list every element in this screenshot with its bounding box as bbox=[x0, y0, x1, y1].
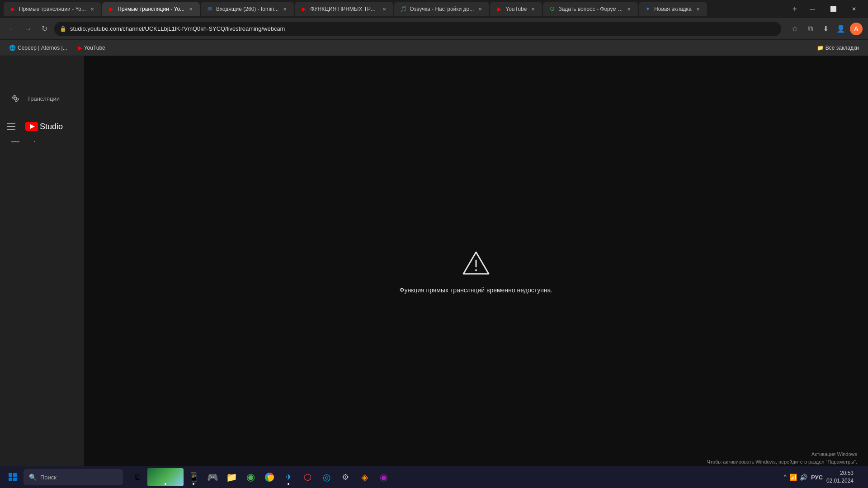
tab-close-button[interactable]: ✕ bbox=[476, 5, 484, 13]
svg-rect-13 bbox=[9, 473, 12, 477]
taskbar-search-label: Поиск bbox=[40, 474, 57, 481]
window-controls: — ⬜ ✕ bbox=[802, 2, 864, 16]
menu-line-1 bbox=[7, 123, 15, 124]
tab-label: ФУНКЦИЯ ПРЯМЫХ ТРА... bbox=[310, 6, 378, 12]
browser-tab-tab8[interactable]: ✦Новая вкладка✕ bbox=[639, 2, 707, 16]
taskbar-browser-thumb[interactable] bbox=[147, 468, 184, 486]
studio-text: Studio bbox=[40, 122, 63, 131]
minimize-button[interactable]: — bbox=[802, 2, 823, 16]
activation-title: Активация Windows bbox=[707, 450, 857, 459]
reload-button[interactable]: ↻ bbox=[38, 23, 51, 35]
tab-favicon: 🎵 bbox=[400, 5, 407, 13]
taskbar-app5[interactable]: ◉ bbox=[374, 468, 392, 486]
browser-tab-tab5[interactable]: 🎵Озвучка - Настройки до...✕ bbox=[394, 2, 489, 16]
taskbar-chrome[interactable] bbox=[260, 468, 278, 486]
show-desktop-button[interactable] bbox=[861, 468, 864, 486]
tab-favicon: ▶ bbox=[108, 5, 115, 13]
bookmark-icon[interactable]: ☆ bbox=[788, 23, 801, 35]
taskbar: 🔍 Поиск ⧉ 📱 🎮 📁 ◉ ✈ ⬡ ◎ ⚙ ◈ ◉ ^ bbox=[0, 466, 868, 488]
tab-label: Входящие (260) - fomin... bbox=[216, 6, 278, 12]
taskbar-task-view[interactable]: ⧉ bbox=[128, 468, 146, 486]
tab-label: Прямые трансляции - Yo... bbox=[19, 6, 86, 12]
tab-favicon: ✉ bbox=[206, 5, 213, 13]
back-button[interactable]: ← bbox=[5, 23, 18, 35]
tab-label: YouTube bbox=[505, 6, 527, 12]
taskbar-files[interactable]: 📁 bbox=[222, 468, 241, 486]
browser-tab-tab6[interactable]: ▶YouTube✕ bbox=[490, 2, 542, 16]
activation-description: Чтобы активировать Windows, перейдите в … bbox=[707, 458, 857, 466]
url-text: studio.youtube.com/channel/UCKLLbjL1lK-f… bbox=[70, 25, 285, 32]
bookmark-youtube-icon: ▶ bbox=[78, 45, 82, 51]
bookmarks-all-button[interactable]: 📁 Все закладки bbox=[813, 43, 863, 53]
logo-container[interactable]: Studio bbox=[25, 122, 63, 131]
search-icon: 🔍 bbox=[29, 474, 37, 481]
tab-label: Прямые трансляции - Yo... bbox=[118, 6, 184, 12]
tab-label: Задать вопрос - Форум ... bbox=[558, 6, 623, 12]
forward-button[interactable]: → bbox=[22, 23, 34, 35]
taskbar-telegram[interactable]: ✈ bbox=[279, 468, 297, 486]
url-bar[interactable]: 🔒 studio.youtube.com/channel/UCKLLbjL1lK… bbox=[54, 22, 781, 36]
taskbar-app2[interactable]: ⬡ bbox=[298, 468, 316, 486]
network-icon: 📶 bbox=[789, 474, 797, 481]
svg-rect-14 bbox=[13, 473, 17, 477]
tab-close-button[interactable]: ✕ bbox=[694, 5, 702, 13]
tab-close-button[interactable]: ✕ bbox=[529, 5, 537, 13]
bookmarks-bar: 🌐 Сереер | Aternos |... ▶ YouTube 📁 Все … bbox=[0, 40, 868, 56]
profile-icon[interactable]: 👤 bbox=[835, 23, 847, 35]
tab-close-button[interactable]: ✕ bbox=[187, 5, 194, 13]
browser-tab-tab4[interactable]: ▶ФУНКЦИЯ ПРЯМЫХ ТРА...✕ bbox=[295, 2, 393, 16]
toolbar-icons: ☆ ⧉ ⬇ 👤 А bbox=[788, 23, 863, 35]
start-button[interactable] bbox=[4, 468, 22, 486]
tab-close-button[interactable]: ✕ bbox=[625, 5, 632, 13]
windows-activation: Активация Windows Чтобы активировать Win… bbox=[707, 450, 857, 466]
taskbar-clock[interactable]: 20:53 02.01.2024 bbox=[826, 469, 855, 485]
tab-close-button[interactable]: ✕ bbox=[89, 5, 96, 13]
bookmark-youtube[interactable]: ▶ YouTube bbox=[75, 43, 109, 53]
taskbar-steam[interactable]: ⚙ bbox=[336, 468, 354, 486]
svg-rect-15 bbox=[9, 478, 12, 481]
browser-tab-tab2[interactable]: ▶Прямые трансляции - Yo...✕ bbox=[102, 2, 200, 16]
bookmark-aternos-label: Сереер | Aternos |... bbox=[18, 45, 67, 51]
menu-line-3 bbox=[7, 129, 15, 130]
close-button[interactable]: ✕ bbox=[844, 2, 864, 16]
app-header: Studio bbox=[0, 112, 84, 141]
svg-rect-16 bbox=[13, 478, 17, 481]
error-message: Функция прямых трансляций временно недос… bbox=[400, 286, 552, 294]
youtube-logo-icon bbox=[25, 122, 38, 131]
volume-icon: 🔊 bbox=[800, 474, 807, 481]
tab-favicon: ▶ bbox=[300, 5, 307, 13]
tab-favicon: ▶ bbox=[495, 5, 503, 13]
tab-close-button[interactable]: ✕ bbox=[281, 5, 288, 13]
taskbar-xbox[interactable]: 🎮 bbox=[203, 468, 222, 486]
tab-favicon: ▶ bbox=[9, 5, 16, 13]
extension-icon[interactable]: ⧉ bbox=[804, 23, 816, 35]
taskbar-app4[interactable]: ◈ bbox=[355, 468, 373, 486]
browser-tab-tab3[interactable]: ✉Входящие (260) - fomin...✕ bbox=[201, 2, 294, 16]
tab-close-button[interactable]: ✕ bbox=[381, 5, 388, 13]
browser-tab-tab1[interactable]: ▶Прямые трансляции - Yo...✕ bbox=[4, 2, 101, 16]
bookmark-aternos[interactable]: 🌐 Сереер | Aternos |... bbox=[5, 43, 71, 53]
broadcasts-icon bbox=[11, 94, 20, 103]
clock-time: 20:53 bbox=[826, 469, 854, 477]
warning-icon bbox=[462, 250, 491, 276]
taskbar-app1[interactable]: ◉ bbox=[241, 468, 259, 486]
sidebar-item-broadcasts[interactable]: Трансляции bbox=[0, 89, 84, 108]
taskbar-search[interactable]: 🔍 Поиск bbox=[24, 469, 123, 485]
clock-date: 02.01.2024 bbox=[826, 477, 854, 485]
browser-tab-tab7[interactable]: GЗадать вопрос - Форум ...✕ bbox=[543, 2, 638, 16]
avatar[interactable]: А bbox=[850, 23, 863, 35]
address-bar: ← → ↻ 🔒 studio.youtube.com/channel/UCKLL… bbox=[0, 18, 868, 40]
maximize-button[interactable]: ⬜ bbox=[823, 2, 844, 16]
bookmark-aternos-icon: 🌐 bbox=[9, 45, 16, 51]
browser-chrome: ▶Прямые трансляции - Yo...✕▶Прямые транс… bbox=[0, 0, 868, 56]
bookmark-youtube-label: YouTube bbox=[84, 45, 105, 51]
tab-label: Новая вкладка bbox=[654, 6, 692, 12]
taskbar-viber[interactable]: 📱 bbox=[184, 468, 203, 486]
tab-label: Озвучка - Настройки до... bbox=[410, 6, 474, 12]
menu-line-2 bbox=[7, 126, 15, 127]
tab-bar: ▶Прямые трансляции - Yo...✕▶Прямые транс… bbox=[0, 0, 868, 18]
new-tab-button[interactable]: + bbox=[788, 3, 801, 15]
menu-icon[interactable] bbox=[7, 121, 18, 132]
taskbar-app3[interactable]: ◎ bbox=[317, 468, 335, 486]
download-icon[interactable]: ⬇ bbox=[819, 23, 832, 35]
